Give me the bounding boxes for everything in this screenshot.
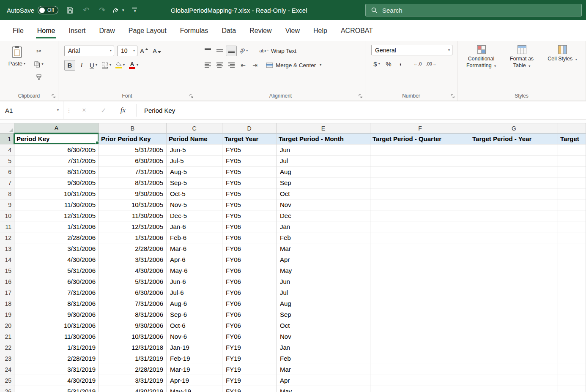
cell-G6[interactable] xyxy=(470,166,558,177)
cell-F13[interactable] xyxy=(370,243,470,254)
redo-button[interactable]: ↷ xyxy=(96,3,109,17)
cell-C13[interactable]: Mar-6 xyxy=(167,243,222,254)
row-header-19[interactable]: 19 xyxy=(0,309,14,320)
merge-center-button[interactable]: Merge & Center ▾ xyxy=(263,60,324,71)
format-painter-button[interactable] xyxy=(31,72,47,82)
align-center-button[interactable] xyxy=(214,60,225,71)
cell-D4[interactable]: FY05 xyxy=(222,144,277,155)
column-header-D[interactable]: D xyxy=(222,123,277,133)
cell-E25[interactable]: Apr xyxy=(277,375,370,386)
cell-H5[interactable] xyxy=(558,155,586,166)
cell-H24[interactable] xyxy=(558,364,586,375)
alignment-dialog-launcher[interactable] xyxy=(358,93,364,99)
cell-D6[interactable]: FY05 xyxy=(222,166,277,177)
cell-F9[interactable] xyxy=(370,199,470,210)
cell-C14[interactable]: Apr-6 xyxy=(167,254,222,265)
cell-H6[interactable] xyxy=(558,166,586,177)
cell-B12[interactable]: 1/31/2006 xyxy=(99,232,167,243)
align-bottom-button[interactable] xyxy=(226,46,237,56)
cell-E26[interactable]: May xyxy=(277,386,370,392)
cell-F16[interactable] xyxy=(370,276,470,287)
clipboard-dialog-launcher[interactable] xyxy=(51,93,57,99)
decrease-decimal-button[interactable]: .00→ xyxy=(424,59,438,69)
cell-F22[interactable] xyxy=(370,342,470,353)
row-header-5[interactable]: 5 xyxy=(0,155,14,166)
search-box[interactable]: Search xyxy=(365,4,582,16)
cell-C11[interactable]: Jan-6 xyxy=(167,221,222,232)
cell-F20[interactable] xyxy=(370,320,470,331)
decrease-indent-button[interactable]: ⇤ xyxy=(238,60,249,71)
cell-B4[interactable]: 5/31/2005 xyxy=(99,144,167,155)
cell-G8[interactable] xyxy=(470,188,558,199)
cell-D20[interactable]: FY06 xyxy=(222,320,277,331)
cell-A18[interactable]: 8/31/2006 xyxy=(14,298,99,309)
name-box[interactable]: A1 ▾ xyxy=(0,101,63,119)
row-header-21[interactable]: 21 xyxy=(0,331,14,342)
cell-H10[interactable] xyxy=(558,210,586,221)
cell-C17[interactable]: Jul-6 xyxy=(167,287,222,298)
cell-E12[interactable]: Feb xyxy=(277,232,370,243)
column-header-A[interactable]: A xyxy=(14,123,99,133)
autosave-toggle[interactable]: Off xyxy=(38,6,58,14)
cell-D16[interactable]: FY06 xyxy=(222,276,277,287)
enter-button[interactable]: ✓ xyxy=(94,101,113,119)
row-header-22[interactable]: 22 xyxy=(0,342,14,353)
row-header-11[interactable]: 11 xyxy=(0,221,14,232)
cell-B15[interactable]: 4/30/2006 xyxy=(99,265,167,276)
cell-B1[interactable]: Prior Period Key xyxy=(99,133,167,144)
cell-G11[interactable] xyxy=(470,221,558,232)
row-header-6[interactable]: 6 xyxy=(0,166,14,177)
column-header-B[interactable]: B xyxy=(99,123,167,133)
cell-D13[interactable]: FY06 xyxy=(222,243,277,254)
row-header-10[interactable]: 10 xyxy=(0,210,14,221)
cell-B7[interactable]: 8/31/2005 xyxy=(99,177,167,188)
cell-F12[interactable] xyxy=(370,232,470,243)
cell-A17[interactable]: 7/31/2006 xyxy=(14,287,99,298)
row-header-18[interactable]: 18 xyxy=(0,298,14,309)
font-size-select[interactable]: 10 ▾ xyxy=(117,46,137,56)
cell-E18[interactable]: Aug xyxy=(277,298,370,309)
cell-A25[interactable]: 4/30/2019 xyxy=(14,375,99,386)
cell-D14[interactable]: FY06 xyxy=(222,254,277,265)
copy-button[interactable]: ▾ xyxy=(31,59,47,69)
cell-F6[interactable] xyxy=(370,166,470,177)
cell-H4[interactable] xyxy=(558,144,586,155)
cell-D7[interactable]: FY05 xyxy=(222,177,277,188)
row-header-16[interactable]: 16 xyxy=(0,276,14,287)
row-header-24[interactable]: 24 xyxy=(0,364,14,375)
cell-B22[interactable]: 12/31/2018 xyxy=(99,342,167,353)
cell-F18[interactable] xyxy=(370,298,470,309)
cell-G19[interactable] xyxy=(470,309,558,320)
accounting-format-button[interactable]: $▾ xyxy=(371,59,382,69)
cell-A21[interactable]: 11/30/2006 xyxy=(14,331,99,342)
cell-G13[interactable] xyxy=(470,243,558,254)
cell-C5[interactable]: Jul-5 xyxy=(167,155,222,166)
select-all-button[interactable] xyxy=(0,123,14,133)
cell-H9[interactable] xyxy=(558,199,586,210)
bold-button[interactable]: B xyxy=(64,60,75,71)
cell-D18[interactable]: FY06 xyxy=(222,298,277,309)
cell-G15[interactable] xyxy=(470,265,558,276)
tab-home[interactable]: Home xyxy=(30,20,62,41)
name-box-chevron-icon[interactable]: ▾ xyxy=(57,109,59,112)
formula-content[interactable]: Period Key xyxy=(140,101,586,119)
cell-G21[interactable] xyxy=(470,331,558,342)
cell-A20[interactable]: 10/31/2006 xyxy=(14,320,99,331)
cell-E10[interactable]: Dec xyxy=(277,210,370,221)
cell-G20[interactable] xyxy=(470,320,558,331)
cell-E1[interactable]: Target Period - Month xyxy=(277,133,370,144)
cell-C20[interactable]: Oct-6 xyxy=(167,320,222,331)
cell-D12[interactable]: FY06 xyxy=(222,232,277,243)
cell-F7[interactable] xyxy=(370,177,470,188)
cell-A23[interactable]: 2/28/2019 xyxy=(14,353,99,364)
cell-H14[interactable] xyxy=(558,254,586,265)
cell-G24[interactable] xyxy=(470,364,558,375)
cell-C4[interactable]: Jun-5 xyxy=(167,144,222,155)
cell-D21[interactable]: FY06 xyxy=(222,331,277,342)
tab-view[interactable]: View xyxy=(279,20,307,41)
cell-F25[interactable] xyxy=(370,375,470,386)
cell-G23[interactable] xyxy=(470,353,558,364)
cell-E24[interactable]: Mar xyxy=(277,364,370,375)
conditional-formatting-button[interactable]: Conditional Formatting ▾ xyxy=(462,44,501,69)
cell-B17[interactable]: 6/30/2006 xyxy=(99,287,167,298)
